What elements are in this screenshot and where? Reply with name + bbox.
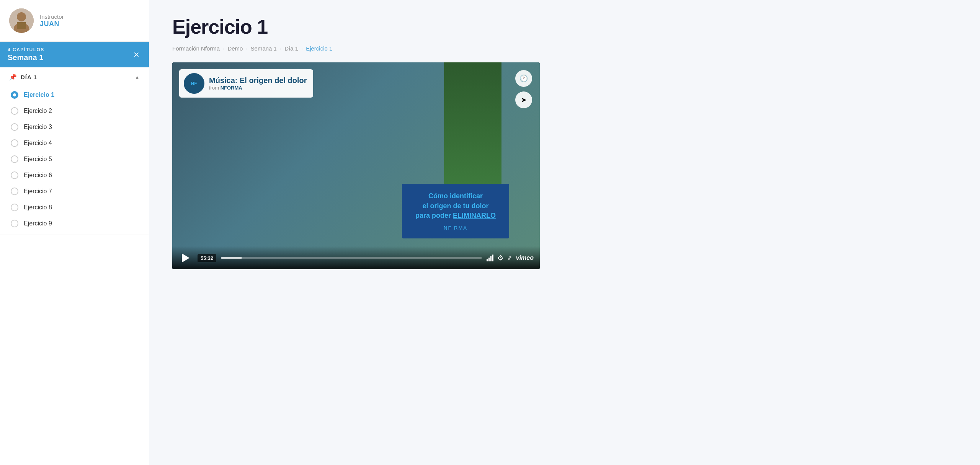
volume-icon[interactable] bbox=[487, 255, 493, 261]
exercise-radio bbox=[11, 188, 18, 195]
exercise-item[interactable]: Ejercicio 3 bbox=[0, 119, 149, 135]
video-controls: 55:32 ⚙ ⤢ vimeo bbox=[172, 246, 540, 269]
chapter-header-inner: 4 CAPÍTULOS Semana 1 bbox=[8, 47, 44, 62]
avatar bbox=[9, 8, 34, 33]
video-frame: Cómo identificar el origen de tu dolor p… bbox=[172, 62, 540, 269]
fullscreen-icon[interactable]: ⤢ bbox=[507, 255, 512, 261]
exercise-label: Ejercicio 4 bbox=[24, 140, 52, 147]
exercise-label: Ejercicio 5 bbox=[24, 156, 52, 163]
instructor-name: JUAN bbox=[40, 20, 64, 28]
play-triangle-icon bbox=[182, 253, 189, 263]
day-section: 📌 DÍA 1 ▲ Ejercicio 1Ejercicio 2Ejercici… bbox=[0, 67, 149, 235]
vimeo-logo: vimeo bbox=[516, 255, 534, 261]
share-icon[interactable]: ➤ bbox=[515, 91, 532, 108]
breadcrumb-separator: · bbox=[246, 45, 247, 52]
page-title: Ejercicio 1 bbox=[172, 15, 662, 38]
controls-right: ⚙ ⤢ vimeo bbox=[487, 254, 534, 262]
settings-icon[interactable]: ⚙ bbox=[497, 254, 503, 262]
exercise-radio bbox=[11, 123, 18, 131]
close-button[interactable]: ✕ bbox=[132, 49, 141, 60]
exercise-radio bbox=[11, 204, 18, 211]
exercise-list: Ejercicio 1Ejercicio 2Ejercicio 3Ejercic… bbox=[0, 87, 149, 235]
exercise-label: Ejercicio 2 bbox=[24, 108, 52, 114]
exercise-radio bbox=[11, 107, 18, 115]
video-title-overlay: Música: El origen del dolor from NFORMA bbox=[209, 76, 307, 91]
day-header-left: 📌 DÍA 1 bbox=[9, 73, 37, 81]
exercise-radio bbox=[11, 91, 18, 99]
exercise-item[interactable]: Ejercicio 5 bbox=[0, 151, 149, 167]
clock-icon[interactable]: 🕐 bbox=[515, 70, 532, 87]
video-from: from NFORMA bbox=[209, 85, 307, 91]
chapter-count: 4 CAPÍTULOS bbox=[8, 47, 44, 52]
time-badge: 55:32 bbox=[198, 254, 216, 262]
exercise-item[interactable]: Ejercicio 9 bbox=[0, 215, 149, 232]
video-screen: Cómo identificar el origen de tu dolor p… bbox=[402, 184, 509, 238]
exercise-label: Ejercicio 7 bbox=[24, 188, 52, 195]
breadcrumb-separator: · bbox=[301, 45, 303, 52]
breadcrumb-separator: · bbox=[223, 45, 224, 52]
video-screen-brand: NF RMA bbox=[410, 225, 501, 231]
exercise-label: Ejercicio 1 bbox=[24, 91, 54, 98]
exercise-label: Ejercicio 8 bbox=[24, 204, 52, 211]
video-wrapper: Cómo identificar el origen de tu dolor p… bbox=[172, 62, 540, 269]
exercise-label: Ejercicio 9 bbox=[24, 220, 52, 227]
svg-point-1 bbox=[17, 12, 26, 21]
progress-bar-fill bbox=[221, 257, 242, 259]
green-wall-decoration bbox=[444, 62, 501, 186]
svg-rect-3 bbox=[17, 22, 26, 29]
day-label: DÍA 1 bbox=[21, 74, 37, 80]
exercise-item[interactable]: Ejercicio 1 bbox=[0, 87, 149, 103]
instructor-block: Instructor JUAN bbox=[0, 0, 149, 42]
video-right-icons: 🕐 ➤ bbox=[515, 70, 532, 108]
chapter-header: 4 CAPÍTULOS Semana 1 ✕ bbox=[0, 42, 149, 67]
exercise-radio bbox=[11, 139, 18, 147]
breadcrumb-part: Semana 1 bbox=[251, 45, 277, 52]
exercise-item[interactable]: Ejercicio 4 bbox=[0, 135, 149, 151]
breadcrumb: Formación Nforma·Demo·Semana 1·Día 1·Eje… bbox=[172, 45, 662, 52]
breadcrumb-active[interactable]: Ejercicio 1 bbox=[306, 45, 332, 52]
exercise-label: Ejercicio 3 bbox=[24, 124, 52, 131]
main-content: Ejercicio 1 Formación Nforma·Demo·Semana… bbox=[149, 0, 980, 465]
video-overlay-info: NF Música: El origen del dolor from NFOR… bbox=[179, 69, 313, 98]
exercise-radio bbox=[11, 155, 18, 163]
video-title-main: Música: El origen del dolor bbox=[209, 76, 307, 85]
exercise-item[interactable]: Ejercicio 2 bbox=[0, 103, 149, 119]
progress-bar[interactable] bbox=[221, 257, 482, 259]
video-from-brand: NFORMA bbox=[220, 85, 242, 91]
instructor-label: Instructor bbox=[40, 13, 64, 20]
breadcrumb-separator: · bbox=[280, 45, 281, 52]
nforma-logo: NF bbox=[184, 73, 204, 94]
exercise-item[interactable]: Ejercicio 8 bbox=[0, 199, 149, 215]
chevron-up-icon: ▲ bbox=[134, 74, 140, 80]
video-screen-text: Cómo identificar el origen de tu dolor p… bbox=[410, 191, 501, 220]
exercise-item[interactable]: Ejercicio 7 bbox=[0, 183, 149, 199]
exercise-item[interactable]: Ejercicio 6 bbox=[0, 167, 149, 183]
exercise-radio bbox=[11, 220, 18, 227]
play-button[interactable] bbox=[178, 251, 193, 265]
breadcrumb-part: Demo bbox=[227, 45, 243, 52]
chapter-name: Semana 1 bbox=[8, 53, 44, 62]
instructor-info: Instructor JUAN bbox=[40, 13, 64, 28]
breadcrumb-part: Día 1 bbox=[284, 45, 298, 52]
breadcrumb-part: Formación Nforma bbox=[172, 45, 220, 52]
exercise-label: Ejercicio 6 bbox=[24, 172, 52, 179]
exercise-radio bbox=[11, 171, 18, 179]
pin-icon: 📌 bbox=[9, 73, 17, 81]
sidebar: Instructor JUAN 4 CAPÍTULOS Semana 1 ✕ 📌… bbox=[0, 0, 149, 465]
day-header[interactable]: 📌 DÍA 1 ▲ bbox=[0, 67, 149, 87]
